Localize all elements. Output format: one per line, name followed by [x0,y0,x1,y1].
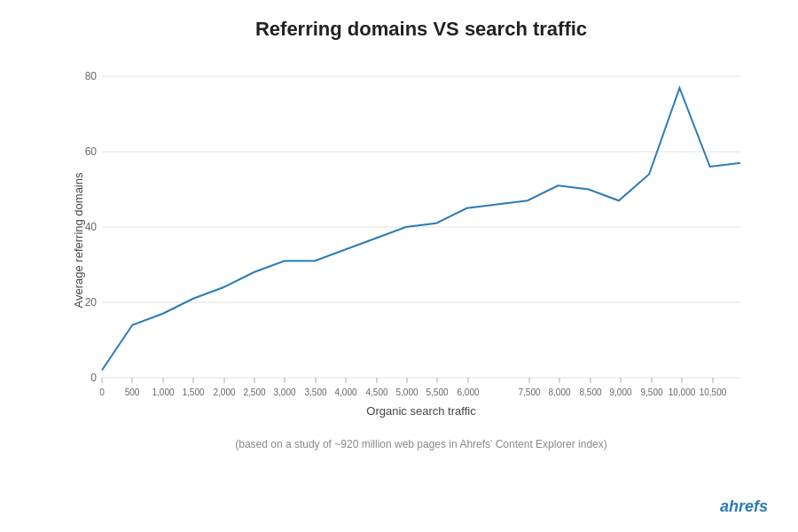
svg-text:6,000: 6,000 [457,387,479,397]
svg-text:80: 80 [85,70,98,82]
svg-text:4,500: 4,500 [365,387,387,397]
ahrefs-brand: ahrefs [720,497,768,516]
svg-text:8,000: 8,000 [548,387,570,397]
svg-text:5,000: 5,000 [395,387,418,397]
svg-text:3,500: 3,500 [304,387,326,397]
svg-text:9,500: 9,500 [640,387,662,397]
svg-text:500: 500 [125,387,140,397]
svg-text:20: 20 [85,296,98,309]
svg-text:1,000: 1,000 [152,387,174,397]
chart-title: Referring domains VS search traffic [71,18,771,41]
y-axis-label: Average referring domains [72,173,85,309]
svg-text:10,000: 10,000 [669,387,696,397]
svg-text:1,500: 1,500 [182,387,204,397]
svg-text:60: 60 [85,145,98,158]
svg-text:7,500: 7,500 [518,387,540,397]
footer-note: (based on a study of ~920 million web pa… [71,438,771,450]
svg-text:0: 0 [99,387,105,397]
svg-text:3,000: 3,000 [273,387,295,397]
chart-svg: 0 20 40 60 80 0 500 1,000 1,500 2,000 2,… [84,50,758,404]
x-axis-label: Organic search traffic [84,404,758,418]
svg-text:40: 40 [85,221,98,233]
svg-text:9,000: 9,000 [609,387,631,397]
svg-text:5,500: 5,500 [426,387,448,397]
svg-text:8,500: 8,500 [579,387,601,397]
svg-text:10,500: 10,500 [700,387,727,397]
svg-text:2,500: 2,500 [243,387,265,397]
svg-text:0: 0 [90,372,97,384]
svg-text:2,000: 2,000 [213,387,235,397]
svg-text:4,000: 4,000 [334,387,356,397]
chart-line [102,88,740,370]
